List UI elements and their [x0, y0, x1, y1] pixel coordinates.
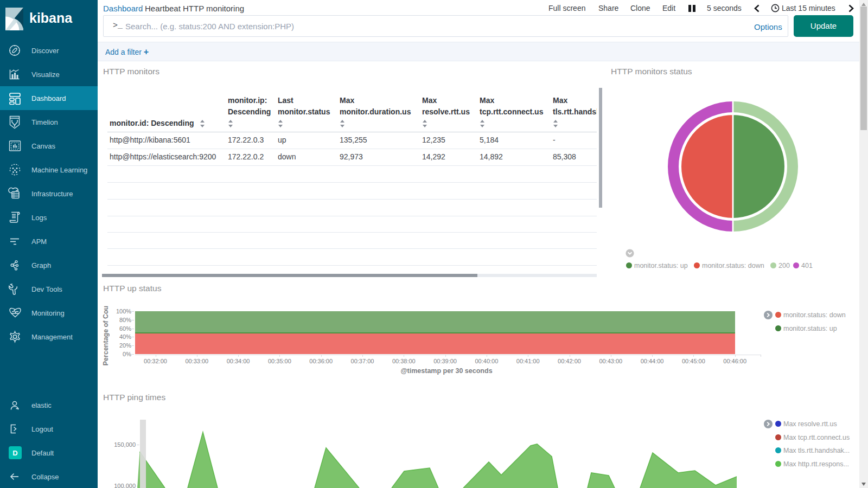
svg-text:D: D: [12, 449, 17, 457]
